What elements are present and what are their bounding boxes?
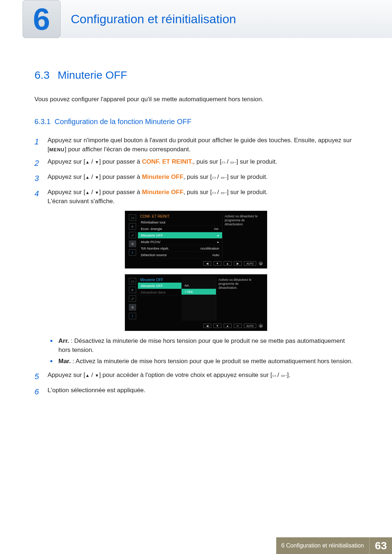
step-number: 6	[34, 386, 41, 398]
footer-page-number: 63	[369, 537, 392, 554]
footer-text: 6 Configuration et réinitialisation	[276, 537, 369, 554]
bullet-label: Arr.	[58, 337, 69, 344]
osd-tab-icons: ▭ ≡ ⤢ ✻ i	[127, 276, 138, 321]
nav-auto-button: AUTO	[244, 261, 256, 266]
nav-up-icon: ▲	[224, 261, 232, 266]
nav-left-icon: ◀	[203, 261, 211, 266]
info-icon: i	[129, 249, 136, 256]
nav-right-icon: ▶	[234, 261, 242, 266]
chevron-right-icon	[217, 233, 219, 237]
osd-screenshot-2: ▭ ≡ ⤢ ✻ i Minuterie OFF Minuterie OFF Dé…	[125, 274, 267, 331]
step-6: 6 L'option sélectionnée est appliquée.	[34, 386, 358, 398]
osd-row-highlighted: Minuterie OFF	[138, 232, 222, 239]
chevron-right-icon	[217, 240, 219, 244]
nav-down-icon: ▼	[213, 261, 221, 266]
page-footer: 6 Configuration et réinitialisation 63	[276, 537, 392, 554]
subsection-heading: 6.3.1 Configuration de la fonction Minut…	[34, 118, 358, 126]
rect-arrow-icon	[230, 158, 236, 165]
step-number: 2	[34, 157, 41, 169]
list-icon: ≡	[129, 287, 136, 293]
bullet-label: Mar.	[58, 358, 71, 365]
monitor-icon: ▭	[129, 278, 136, 284]
power-icon: ⏻	[258, 261, 263, 266]
list-icon: ≡	[129, 223, 136, 230]
gear-icon: ✻	[129, 241, 136, 247]
rect-icon	[221, 158, 225, 165]
section-number: 6.3	[34, 69, 50, 81]
triangle-down-icon	[95, 158, 99, 165]
triangle-up-icon	[85, 372, 90, 378]
triangle-up-icon	[85, 189, 90, 196]
chapter-title: Configuration et réinitialisation	[61, 0, 392, 38]
step-number: 1	[34, 136, 41, 154]
nav-left-icon: ◀	[203, 324, 211, 328]
gear-icon: ✻	[129, 304, 136, 311]
rect-arrow-icon	[281, 372, 287, 378]
osd-row: Réinitialiser tout	[138, 219, 222, 226]
rect-icon	[212, 173, 216, 180]
highlight-minuterie: Minuterie OFF	[142, 189, 183, 196]
page-header: 6 Configuration et réinitialisation	[0, 0, 392, 38]
nav-enter-icon: ↵	[234, 324, 242, 328]
step-2: 2 Appuyez sur [ / ] pour passer à CONF. …	[34, 157, 358, 169]
nav-auto-button: AUTO	[244, 324, 256, 328]
osd-option-selected: Mar.	[181, 289, 216, 295]
osd-title: CONF. ET REINIT.	[138, 213, 222, 219]
nav-up-icon: ▲	[224, 324, 232, 328]
osd-nav-bar: ◀ ▼ ▲ ▶ AUTO ⏻	[127, 258, 265, 266]
triangle-up-icon	[85, 173, 90, 180]
triangle-down-icon	[95, 173, 99, 180]
rect-icon	[212, 189, 216, 196]
triangle-up-icon	[85, 158, 90, 165]
step-number: 5	[34, 371, 41, 382]
osd-option: Arr.	[181, 283, 216, 289]
step-1: 1 Appuyez sur n'importe quel bouton à l'…	[34, 136, 358, 154]
osd-row: Tch Nombre répét.Accélération	[138, 245, 222, 252]
menu-key-label: MENU	[49, 147, 65, 152]
step-number: 4	[34, 188, 41, 206]
osd-row: Détection sourceAuto	[138, 252, 222, 258]
step-3: 3 Appuyez sur [ / ] pour passer à Minute…	[34, 173, 358, 184]
step-4: 4 Appuyez sur [ / ] pour passer à Minute…	[34, 188, 358, 206]
osd-help-text: Activez ou désactivez le programme de dé…	[216, 276, 259, 321]
rect-arrow-icon	[221, 189, 227, 196]
osd-row-disabled: Désactiver dans	[138, 289, 181, 296]
osd-row: Econ. énergieArr.	[138, 226, 222, 232]
nav-down-icon: ▼	[213, 324, 221, 328]
osd-screenshot-1: ▭ ≡ ⤢ ✻ i CONF. ET REINIT. Réinitialiser…	[125, 211, 267, 268]
highlight-minuterie: Minuterie OFF	[142, 173, 183, 180]
section-intro: Vous pouvez configurer l'appareil pour q…	[34, 96, 358, 103]
rect-icon	[272, 372, 276, 378]
resize-icon: ⤢	[129, 232, 136, 238]
triangle-down-icon	[95, 189, 99, 196]
chapter-number-badge: 6	[23, 0, 61, 38]
bullet-mar: Mar. : Activez la minuterie de mise hors…	[50, 357, 358, 366]
osd-tab-icons: ▭ ≡ ⤢ ✻ i	[127, 213, 138, 258]
resize-icon: ⤢	[129, 295, 136, 302]
osd-submenu: Arr. Mar.	[181, 276, 216, 321]
osd-row: Mode PC/AV	[138, 239, 222, 245]
info-icon: i	[129, 313, 136, 319]
section-heading: 6.3Minuterie OFF	[34, 69, 358, 81]
step-5: 5 Appuyez sur [ / ] pour accéder à l'opt…	[34, 371, 358, 382]
osd-row-highlighted: Minuterie OFF	[138, 283, 181, 289]
section-title: Minuterie OFF	[58, 69, 127, 81]
bullet-arr: Arr. : Désactivez la minuterie de mise h…	[50, 337, 358, 354]
rect-arrow-icon	[221, 173, 227, 180]
subsection-title: Configuration de la fonction Minuterie O…	[55, 118, 192, 126]
osd-title: Minuterie OFF	[138, 276, 181, 283]
triangle-down-icon	[95, 372, 99, 378]
osd-help-text: Activez ou désactivez le programme de dé…	[222, 213, 265, 258]
subsection-number: 6.3.1	[34, 118, 50, 126]
power-icon: ⏻	[258, 324, 263, 328]
osd-nav-bar: ◀ ▼ ▲ ↵ AUTO ⏻	[127, 321, 265, 329]
highlight-conf-reinit: CONF. ET REINIT.	[142, 158, 193, 165]
step-number: 3	[34, 173, 41, 184]
monitor-icon: ▭	[129, 214, 136, 221]
